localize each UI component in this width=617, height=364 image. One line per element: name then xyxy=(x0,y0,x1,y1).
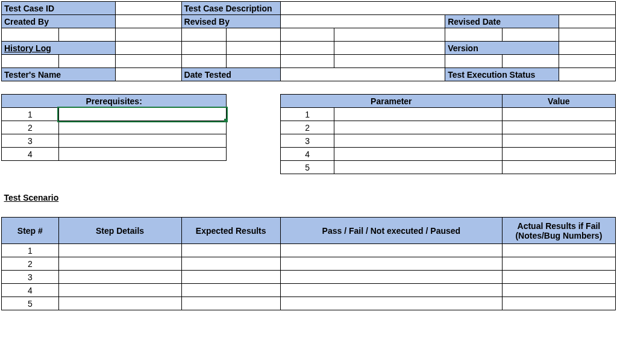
spacer xyxy=(334,55,445,68)
param-name[interactable] xyxy=(334,148,502,161)
pass-fail[interactable] xyxy=(280,244,502,257)
revised-by-label: Revised By xyxy=(181,15,280,28)
spacer xyxy=(227,28,281,42)
step-details[interactable] xyxy=(58,297,181,310)
step-details[interactable] xyxy=(58,257,181,271)
prereq-value[interactable] xyxy=(58,108,227,121)
history-log-cell[interactable] xyxy=(334,42,445,55)
spacer xyxy=(280,55,334,68)
expected-results[interactable] xyxy=(181,284,280,297)
version-value[interactable] xyxy=(559,42,616,55)
testers-name-label: Tester's Name xyxy=(2,68,116,81)
spacer xyxy=(559,28,616,42)
prereq-value[interactable] xyxy=(58,121,227,134)
test-case-template-table: Test Case ID Test Case Description Creat… xyxy=(1,1,616,310)
param-num: 1 xyxy=(280,108,334,121)
spacer xyxy=(502,28,559,42)
prerequisites-title: Prerequisites: xyxy=(2,95,227,108)
date-tested-value[interactable] xyxy=(280,68,445,81)
param-name[interactable] xyxy=(334,108,502,121)
parameter-header: Parameter xyxy=(280,95,502,108)
prereq-value[interactable] xyxy=(58,134,227,148)
spacer xyxy=(2,161,227,174)
revised-date-value[interactable] xyxy=(559,15,616,28)
step-num: 5 xyxy=(2,297,59,310)
param-value[interactable] xyxy=(502,161,615,174)
actual-results[interactable] xyxy=(502,257,615,271)
spacer xyxy=(445,28,503,42)
pass-fail[interactable] xyxy=(280,297,502,310)
step-num: 2 xyxy=(2,257,59,271)
param-value[interactable] xyxy=(502,148,615,161)
param-num: 4 xyxy=(280,148,334,161)
param-value[interactable] xyxy=(502,134,615,148)
param-value[interactable] xyxy=(502,121,615,134)
prereq-num: 4 xyxy=(2,148,59,161)
pass-fail-header: Pass / Fail / Not executed / Paused xyxy=(280,218,502,244)
testers-name-value[interactable] xyxy=(116,68,181,81)
spacer xyxy=(2,28,59,42)
history-log-label: History Log xyxy=(2,42,116,55)
spacer xyxy=(227,95,281,108)
spacer xyxy=(280,28,334,42)
spacer xyxy=(2,204,616,218)
spacer xyxy=(502,55,559,68)
step-details[interactable] xyxy=(58,271,181,284)
actual-results[interactable] xyxy=(502,244,615,257)
step-num: 1 xyxy=(2,244,59,257)
spacer xyxy=(227,121,281,134)
param-name[interactable] xyxy=(334,134,502,148)
test-case-id-label: Test Case ID xyxy=(2,2,116,15)
prereq-value[interactable] xyxy=(58,148,227,161)
test-execution-status-label: Test Execution Status xyxy=(445,68,559,81)
test-case-id-value[interactable] xyxy=(116,2,181,15)
test-scenario-title: Test Scenario xyxy=(2,191,616,204)
spacer xyxy=(559,55,616,68)
expected-results-header: Expected Results xyxy=(181,218,280,244)
param-name[interactable] xyxy=(334,121,502,134)
version-label: Version xyxy=(445,42,559,55)
spacer xyxy=(181,28,227,42)
spacer xyxy=(181,55,227,68)
actual-results[interactable] xyxy=(502,271,615,284)
expected-results[interactable] xyxy=(181,297,280,310)
prereq-num: 3 xyxy=(2,134,59,148)
spacer xyxy=(227,161,281,174)
history-log-cell[interactable] xyxy=(280,42,334,55)
expected-results[interactable] xyxy=(181,244,280,257)
actual-results[interactable] xyxy=(502,284,615,297)
created-by-value[interactable] xyxy=(116,15,181,28)
actual-results-header: Actual Results if Fail (Notes/Bug Number… xyxy=(502,218,615,244)
test-case-description-label: Test Case Description xyxy=(181,2,280,15)
spacer xyxy=(227,148,281,161)
spacer xyxy=(58,55,116,68)
spacer xyxy=(2,81,616,95)
actual-results[interactable] xyxy=(502,297,615,310)
pass-fail[interactable] xyxy=(280,284,502,297)
spacer xyxy=(116,55,181,68)
expected-results[interactable] xyxy=(181,257,280,271)
step-num-header: Step # xyxy=(2,218,59,244)
param-name[interactable] xyxy=(334,161,502,174)
spacer xyxy=(2,174,616,191)
history-log-cell[interactable] xyxy=(116,42,181,55)
history-log-cell[interactable] xyxy=(181,42,227,55)
prereq-num: 2 xyxy=(2,121,59,134)
expected-results[interactable] xyxy=(181,271,280,284)
pass-fail[interactable] xyxy=(280,257,502,271)
step-details[interactable] xyxy=(58,244,181,257)
param-num: 2 xyxy=(280,121,334,134)
param-num: 3 xyxy=(280,134,334,148)
param-value[interactable] xyxy=(502,108,615,121)
step-details[interactable] xyxy=(58,284,181,297)
spacer xyxy=(116,28,181,42)
spacer xyxy=(2,55,59,68)
spacer xyxy=(58,28,116,42)
date-tested-label: Date Tested xyxy=(181,68,280,81)
test-execution-status-value[interactable] xyxy=(559,68,616,81)
prereq-num: 1 xyxy=(2,108,59,121)
revised-by-value[interactable] xyxy=(280,15,445,28)
pass-fail[interactable] xyxy=(280,271,502,284)
history-log-cell[interactable] xyxy=(227,42,281,55)
test-case-description-value[interactable] xyxy=(280,2,615,15)
